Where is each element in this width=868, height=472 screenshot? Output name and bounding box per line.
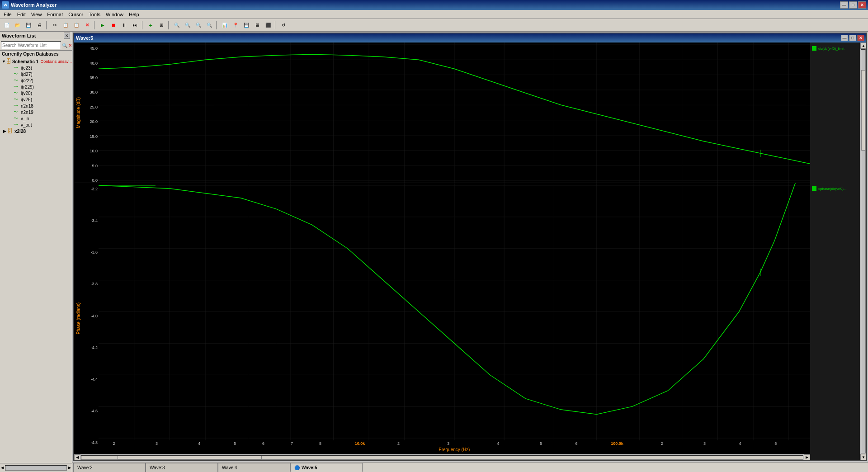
menu-view[interactable]: View [28, 11, 45, 18]
tb-delete[interactable]: ✕ [82, 20, 92, 30]
menu-edit[interactable]: Edit [14, 11, 28, 18]
magnitude-canvas[interactable] [99, 42, 810, 183]
search-clear-button[interactable]: ✕ [68, 42, 72, 48]
menu-help[interactable]: Help [126, 11, 142, 18]
wave-icon-v26: 〜 [14, 97, 20, 102]
wave-close-btn[interactable]: ✕ [857, 35, 864, 41]
tb-refresh[interactable]: ↺ [278, 20, 288, 30]
contains-label: Contains unsav... [39, 59, 71, 64]
wave-minimize-btn[interactable]: — [841, 35, 848, 41]
tree-item-v26[interactable]: 〜 i(v26) [1, 96, 71, 103]
scroll-horiz-track[interactable] [81, 455, 803, 460]
close-button[interactable]: ✕ [858, 1, 866, 9]
tb-measure[interactable]: 📊 [220, 20, 230, 30]
x-label-6b: 6 [576, 441, 578, 446]
toolbar-sep-5 [216, 21, 218, 29]
expand-x2i28[interactable]: ▶ [2, 129, 7, 133]
tb-cut[interactable]: ✂ [50, 20, 60, 30]
tb-open[interactable]: 📂 [13, 20, 23, 30]
tree-item-vout[interactable]: 〜 v_out [1, 122, 71, 128]
tab-wave4[interactable]: Wave:4 [218, 463, 290, 472]
tab-wave2[interactable]: Wave:2 [73, 463, 146, 472]
db-icon-x2i28: 🗄 [7, 128, 14, 134]
chart-magnitude-canvas-area[interactable]: Y1 [99, 42, 810, 183]
tab-wave5[interactable]: 🔵 Wave:5 [290, 463, 363, 472]
scroll-right-btn[interactable]: ▶ [67, 463, 72, 472]
tb-marker[interactable]: 📍 [231, 20, 241, 30]
y-tick-p2: -4.6 [82, 409, 99, 413]
wave-maximize-btn[interactable]: □ [849, 35, 856, 41]
minimize-button[interactable]: — [840, 1, 848, 9]
tb-print[interactable]: 🖨 [34, 20, 44, 30]
tb-pause[interactable]: ⏸ [119, 20, 129, 30]
x-label-2a: 2 [113, 441, 115, 446]
tree-item-d27[interactable]: 〜 i(d27) [1, 71, 71, 77]
menu-file[interactable]: File [1, 11, 14, 18]
waveform-list-panel: Waveform List ✕ 🔍 ✕ Currently Open Datab… [0, 32, 72, 472]
tree-item-n2n19[interactable]: 〜 n2n19 [1, 109, 71, 115]
tree-item-x2i28[interactable]: ▶ 🗄 x2i28 [1, 128, 71, 134]
scroll-horiz-left[interactable]: ◀ [74, 454, 80, 461]
menu-tools[interactable]: Tools [86, 11, 103, 18]
scroll-vert-up[interactable]: ▲ [860, 42, 866, 49]
tb-stop[interactable]: ⏹ [108, 20, 118, 30]
scroll-left-btn[interactable]: ◀ [0, 463, 5, 472]
menu-window[interactable]: Window [103, 11, 126, 18]
scroll-vert-down[interactable]: ▼ [860, 454, 866, 460]
scroll-horiz-thumb[interactable] [118, 456, 262, 459]
scroll-vert-track[interactable] [861, 49, 866, 453]
tree-item-i222[interactable]: 〜 i(i222) [1, 77, 71, 84]
expand-schematic1[interactable]: ▼ [2, 59, 6, 64]
tb-step[interactable]: ⏭ [130, 20, 140, 30]
tb-zoom-area[interactable]: 🔍 [204, 20, 214, 30]
tb-view1[interactable]: 🖥 [252, 20, 262, 30]
tb-zoom-in[interactable]: 🔍 [172, 20, 182, 30]
panel-header: Waveform List ✕ [0, 32, 72, 40]
tree-item-v20[interactable]: 〜 i(v20) [1, 90, 71, 96]
tree-label-n2n18: n2n18 [21, 104, 33, 109]
tree-label-v20: i(v20) [21, 91, 32, 96]
wave-icon-vin: 〜 [14, 116, 20, 121]
scroll-horiz-right[interactable]: ▶ [804, 454, 810, 461]
tree-item-n2n18[interactable]: 〜 n2n18 [1, 103, 71, 109]
tb-paste[interactable]: 📋 [71, 20, 81, 30]
tree-item-r229[interactable]: 〜 i(r229) [1, 84, 71, 90]
search-icon[interactable]: 🔍 [62, 42, 67, 48]
wave-icon-n2n19: 〜 [14, 109, 20, 115]
legend-top: db(db(vrf0)_limit [810, 42, 860, 183]
tb-copy[interactable]: 📋 [61, 20, 71, 30]
tb-grid[interactable]: ⊞ [156, 20, 166, 30]
tree-item-c23[interactable]: 〜 i(c23) [1, 65, 71, 71]
maximize-button[interactable]: □ [849, 1, 857, 9]
legend-bottom: cphase(db(vrf0)... [810, 183, 860, 460]
search-input[interactable] [1, 41, 61, 49]
wave-icon-d27: 〜 [14, 71, 20, 77]
tb-add[interactable]: + [146, 20, 156, 30]
tb-export[interactable]: 💾 [241, 20, 251, 30]
tb-save[interactable]: 💾 [24, 20, 33, 30]
scroll-vert-thumb[interactable] [861, 70, 865, 151]
chart-phase-canvas-area[interactable]: Y1 2 3 4 5 6 7 8 [99, 183, 810, 454]
tb-new[interactable]: 📄 [2, 20, 12, 30]
right-content: Wave:5 — □ ✕ Magnitude (dB) [72, 32, 868, 472]
tb-zoom-out[interactable]: 🔍 [183, 20, 193, 30]
tab-wave3[interactable]: Wave:3 [146, 463, 218, 472]
menu-cursor[interactable]: Cursor [66, 11, 86, 18]
wave-icon-i222: 〜 [14, 78, 20, 83]
db-label: Currently Open Databases [0, 51, 72, 57]
menu-format[interactable]: Format [44, 11, 66, 18]
tb-view2[interactable]: ⬛ [263, 20, 273, 30]
panel-close-button[interactable]: ✕ [64, 33, 70, 39]
tab-wave5-label: Wave:5 [302, 465, 317, 470]
x-label-4b: 4 [497, 441, 499, 446]
legend-label-bottom: cphase(db(vrf0)... [818, 187, 847, 191]
x-label-2b: 2 [397, 441, 400, 446]
x-label-100k: 100.0k [611, 441, 623, 446]
tree-item-vin[interactable]: 〜 v_in [1, 115, 71, 122]
tab-wave2-label: Wave:2 [77, 465, 93, 470]
phase-canvas[interactable] [99, 183, 810, 454]
tb-run[interactable]: ▶ [98, 20, 108, 30]
x-label-3a: 3 [156, 441, 158, 446]
tb-zoom-fit[interactable]: 🔍 [193, 20, 203, 30]
tree-item-schematic1[interactable]: ▼ 🗄 Schematic 1 Contains unsav... [1, 58, 71, 65]
